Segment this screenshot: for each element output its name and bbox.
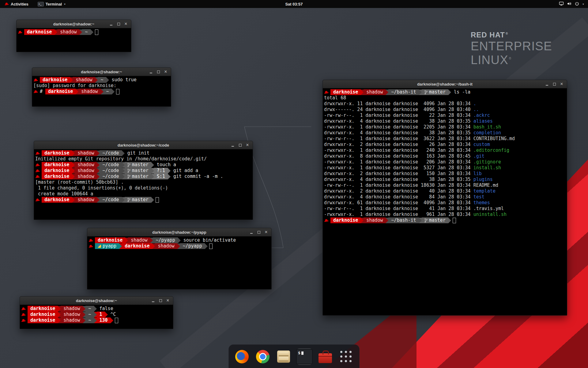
prompt-segment-path: ~/code (100, 150, 122, 156)
output-text: -rw-rw-r--. 1 darknoise darknoise 22 Jan… (324, 113, 473, 118)
clock[interactable]: Sat 03:57 (0, 2, 588, 6)
activities-label: Activities (11, 2, 28, 6)
dock-item-app-grid[interactable] (338, 348, 354, 365)
prompt-line: # darknoiseshadow~ (33, 89, 170, 94)
output-line: -rwxrwxr-x. 1 darknoise darknoise 206 Ja… (324, 159, 566, 165)
maximize-button[interactable] (115, 21, 122, 27)
activities-button[interactable]: Activities (2, 0, 30, 8)
powerline-separator-icon (122, 174, 125, 179)
prompt-line: darknoiseshadow~ false (21, 306, 172, 312)
app-menu-label: Terminal (46, 2, 62, 6)
powerline-separator-icon (386, 90, 388, 95)
powerline-separator-icon (125, 238, 128, 243)
minimize-button[interactable] (148, 69, 154, 75)
dock-item-files[interactable] (275, 348, 292, 365)
output-text: -rwxrwxr-x. 1 darknoise darknoise 240 Ja… (324, 148, 473, 153)
window-titlebar[interactable]: darknoise@shadow:~ (17, 20, 131, 28)
output-line: drwxrwxr-x. 4 darknoise darknoise 38 Jan… (324, 130, 566, 136)
output-text: [sudo] password for darknoise: (33, 83, 119, 89)
terminal-content[interactable]: darknoiseshadow~/bash-itmaster ls -latot… (323, 88, 567, 224)
window-titlebar[interactable]: darknoise@shadow:~ (32, 68, 171, 76)
prompt-line: darknoiseshadow~130 (21, 317, 172, 323)
dock-item-chrome[interactable] (254, 348, 271, 365)
window-titlebar[interactable]: darknoise@shadow:~/pyapp (87, 228, 271, 236)
powerline-separator-icon (448, 90, 451, 95)
powerline-separator-icon (386, 218, 388, 223)
powerline-separator-icon (79, 29, 82, 35)
powerline-separator-icon (419, 90, 422, 95)
close-button[interactable] (163, 69, 169, 75)
output-line: Initialized empty Git repository in /hom… (35, 156, 251, 162)
prompt-line: darknoiseshadow~/codemaster?:1 git add a (35, 168, 251, 174)
minimize-button[interactable] (230, 143, 236, 148)
minimize-button[interactable] (248, 230, 254, 235)
close-button[interactable] (559, 82, 565, 87)
files-icon (277, 351, 290, 363)
powerline-separator-icon (72, 151, 75, 156)
git-branch-icon (127, 198, 130, 202)
prompt-segment-user: darknoise (42, 150, 72, 156)
prompt-segment-path: ~ (104, 89, 112, 94)
python-icon (98, 244, 101, 248)
dock-item-firefox[interactable] (234, 348, 250, 365)
redhat-icon (21, 312, 26, 317)
command-text: ls -la (451, 89, 470, 95)
terminal-content[interactable]: darknoiseshadow~ sudo true[sudo] passwor… (32, 76, 171, 95)
prompt-line: darknoiseshadow~ (18, 29, 130, 35)
command-text: git add a (171, 168, 198, 174)
window-titlebar[interactable]: darknoise@shadow:~/code (34, 141, 253, 149)
minimize-button[interactable] (108, 21, 114, 27)
powerline-separator-icon (177, 243, 180, 249)
prompt-segment-user: darknoise (42, 197, 72, 203)
redhat-icon (89, 244, 93, 248)
close-button[interactable] (244, 143, 251, 148)
output-text: drwxrwxr-x. 4 darknoise darknoise 38 Jan… (324, 130, 473, 136)
dock-item-toolbox[interactable] (317, 348, 334, 365)
maximize-button[interactable] (551, 82, 557, 87)
maximize-button[interactable] (155, 69, 161, 75)
window-titlebar[interactable]: darknoise@shadow:~/bash-it (323, 80, 567, 88)
output-text: total 68 (324, 95, 346, 101)
maximize-button[interactable] (237, 143, 243, 148)
window-titlebar[interactable]: darknoise@shadow:~ (20, 297, 173, 305)
output-line: drwxrwxr-x. 8 darknoise darknoise 163 Ja… (324, 153, 566, 159)
prompt-segment-user: darknoise (24, 29, 55, 35)
window-controls (230, 143, 253, 148)
redhat-icon (33, 89, 38, 94)
minimize-button[interactable] (544, 82, 550, 87)
prompt-segment-stat: ?:1 (154, 168, 168, 174)
terminal-content[interactable]: darknoiseshadow~/code git initInitialize… (34, 149, 253, 204)
output-line: drwxrwxr-x. 4 darknoise darknoise 38 Jan… (324, 118, 566, 124)
prompt-segment-path: ~/code (100, 197, 122, 203)
terminal-content[interactable]: darknoiseshadow~ (17, 28, 131, 36)
powerline-separator-icon (122, 162, 125, 168)
dock-item-terminal[interactable] (296, 348, 313, 365)
output-text: drwxrwxr-x. 2 darknoise darknoise 40 Jan… (324, 188, 473, 194)
close-button[interactable] (263, 230, 269, 235)
output-text: -rw-rw-r--. 1 darknoise darknoise 41 Jan… (324, 206, 504, 212)
close-button[interactable] (165, 298, 171, 303)
close-button[interactable] (123, 21, 129, 27)
terminal-icon (296, 349, 313, 364)
output-line: drwxrwxr-x. 11 darknoise darknoise 4096 … (324, 101, 566, 107)
chevron-down-icon: ▼ (582, 3, 584, 5)
redhat-icon (21, 318, 26, 323)
minimize-button[interactable] (150, 298, 156, 303)
powerline-separator-icon (58, 318, 61, 323)
maximize-button[interactable] (256, 230, 262, 235)
app-menu-terminal[interactable]: Terminal ▼ (36, 0, 68, 8)
output-line: 1 file changed, 0 insertions(+), 0 delet… (35, 185, 251, 191)
redhat-icon (18, 30, 23, 34)
output-line: drwx------. 24 darknoise darknoise 4096 … (324, 107, 566, 113)
prompt-segment-git: master (125, 162, 151, 168)
system-status-area[interactable]: ▼ (559, 0, 588, 8)
output-text: -rwxrwxr-x. 1 darknoise darknoise 961 Ja… (324, 212, 473, 217)
command-text: git init (125, 150, 149, 156)
maximize-button[interactable] (157, 298, 164, 303)
window-title: darknoise@shadow:~/bash-it (323, 82, 567, 86)
prompt-segment-host: shadow (61, 306, 83, 312)
command-text: false (97, 306, 113, 312)
terminal-content[interactable]: darknoiseshadow~ falsedarknoiseshadow~1 … (20, 305, 173, 324)
window-controls (248, 230, 271, 235)
terminal-content[interactable]: darknoiseshadow~/pyapp source bin/activa… (87, 236, 271, 250)
